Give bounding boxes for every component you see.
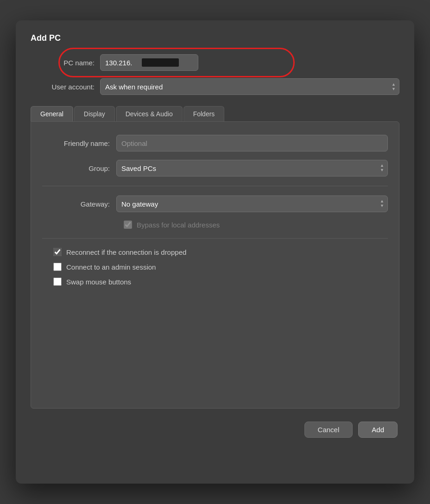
user-account-row: User account: Ask when required Add user… xyxy=(31,78,399,95)
add-pc-dialog: Add PC PC name: User account: Ask when r… xyxy=(16,20,414,484)
general-tab-panel: Friendly name: Group: Saved PCs No group… xyxy=(31,121,399,409)
reconnect-row: Reconnect if the connection is dropped xyxy=(42,248,388,256)
swap-mouse-row: Swap mouse buttons xyxy=(42,277,388,286)
group-row: Group: Saved PCs No group ▲ ▼ xyxy=(42,160,388,176)
gateway-label: Gateway: xyxy=(42,200,116,208)
dialog-title: Add PC xyxy=(31,33,399,43)
admin-session-label: Connect to an admin session xyxy=(66,263,156,271)
gateway-row: Gateway: No gateway ▲ ▼ xyxy=(42,195,388,212)
bypass-row: Bypass for local addresses xyxy=(42,220,388,229)
bypass-checkbox[interactable] xyxy=(124,220,132,229)
pc-name-label: PC name: xyxy=(31,59,100,67)
user-account-select[interactable]: Ask when required Add user account... xyxy=(100,78,399,95)
group-select-wrapper: Saved PCs No group ▲ ▼ xyxy=(116,160,388,176)
pc-name-wrapper: PC name: xyxy=(31,54,399,71)
tab-devices-audio[interactable]: Devices & Audio xyxy=(116,106,183,121)
add-button[interactable]: Add xyxy=(358,422,398,438)
redacted-block xyxy=(142,58,179,67)
swap-mouse-checkbox[interactable] xyxy=(53,277,62,286)
tabs-bar: General Display Devices & Audio Folders xyxy=(31,106,399,121)
group-label: Group: xyxy=(42,164,116,172)
tab-folders[interactable]: Folders xyxy=(183,106,225,121)
group-select[interactable]: Saved PCs No group xyxy=(116,160,388,176)
pc-name-row: PC name: xyxy=(31,54,399,71)
gateway-select[interactable]: No gateway xyxy=(116,195,388,212)
admin-session-row: Connect to an admin session xyxy=(42,263,388,271)
user-account-select-wrapper: Ask when required Add user account... ▲ … xyxy=(100,78,399,95)
tab-general[interactable]: General xyxy=(31,106,73,121)
friendly-name-label: Friendly name: xyxy=(42,139,116,147)
cancel-button[interactable]: Cancel xyxy=(304,422,353,438)
swap-mouse-label: Swap mouse buttons xyxy=(66,278,131,286)
reconnect-checkbox[interactable] xyxy=(53,248,62,256)
tab-display[interactable]: Display xyxy=(74,106,115,121)
gateway-select-wrapper: No gateway ▲ ▼ xyxy=(116,195,388,212)
bypass-label: Bypass for local addresses xyxy=(137,221,220,229)
user-account-label: User account: xyxy=(31,83,100,91)
divider-1 xyxy=(42,186,388,186)
reconnect-label: Reconnect if the connection is dropped xyxy=(66,248,186,256)
tabs-container: General Display Devices & Audio Folders … xyxy=(31,106,399,409)
friendly-name-row: Friendly name: xyxy=(42,135,388,151)
divider-2 xyxy=(42,238,388,239)
friendly-name-input[interactable] xyxy=(116,135,388,151)
button-row: Cancel Add xyxy=(31,422,399,438)
admin-session-checkbox[interactable] xyxy=(53,263,62,271)
